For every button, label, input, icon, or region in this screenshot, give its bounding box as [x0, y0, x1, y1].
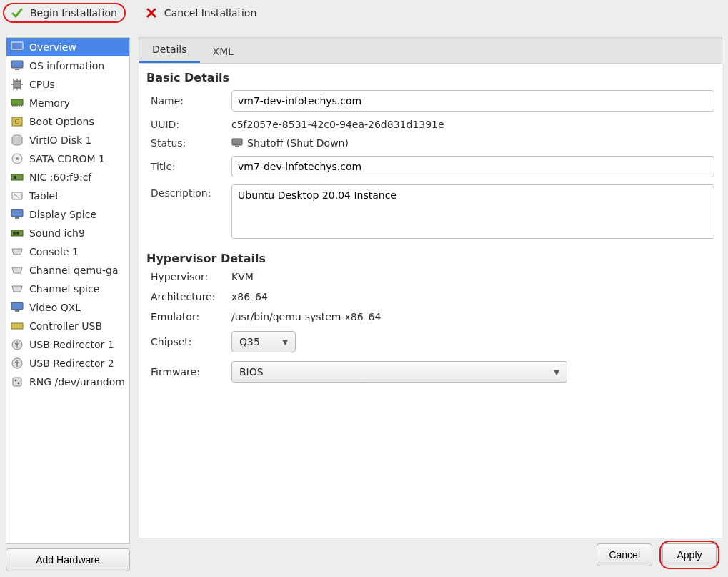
firmware-dropdown[interactable]: BIOS ▼ — [231, 361, 567, 383]
sidebar-item-label: Controller USB — [29, 320, 102, 332]
basic-details-heading: Basic Details — [146, 71, 714, 84]
emulator-label: Emulator: — [151, 311, 226, 322]
chipset-dropdown[interactable]: Q35 ▼ — [231, 331, 296, 352]
sidebar-item-memory[interactable]: Memory — [6, 94, 129, 112]
svg-point-27 — [18, 383, 20, 385]
apply-button[interactable]: Apply — [662, 543, 717, 566]
sidebar-item-console-1[interactable]: Console 1 — [6, 242, 129, 261]
sidebar-item-label: VirtIO Disk 1 — [29, 134, 91, 146]
sidebar-item-label: Channel spice — [29, 283, 99, 295]
usb-icon — [11, 357, 24, 370]
usbctl-icon — [11, 320, 24, 332]
hypervisor-label: Hypervisor: — [151, 271, 226, 282]
title-input[interactable] — [231, 156, 714, 177]
sidebar-item-label: RNG /dev/urandom — [29, 376, 125, 388]
monitor-icon — [11, 208, 24, 221]
sidebar-item-nic-60-f9-cf[interactable]: NIC :60:f9:cf — [6, 168, 129, 187]
cpu-icon — [11, 78, 24, 91]
name-input[interactable] — [231, 90, 714, 112]
emulator-value: /usr/bin/qemu-system-x86_64 — [231, 311, 714, 322]
chevron-down-icon: ▼ — [282, 338, 288, 346]
sidebar-item-virtio-disk-1[interactable]: VirtIO Disk 1 — [6, 131, 129, 149]
check-icon — [11, 7, 23, 19]
uuid-label: UUID: — [151, 119, 226, 130]
boot-icon — [11, 115, 24, 128]
sidebar-item-boot-options[interactable]: Boot Options — [6, 112, 129, 131]
begin-installation-label: Begin Installation — [30, 7, 117, 19]
chipset-value: Q35 — [239, 336, 260, 347]
sidebar-item-video-qxl[interactable]: Video QXL — [6, 298, 129, 317]
monitor-icon — [11, 301, 24, 314]
status-value: Shutoff (Shut Down) — [231, 137, 714, 149]
nic-icon — [11, 171, 24, 184]
sidebar-item-sound-ich9[interactable]: Sound ich9 — [6, 224, 129, 242]
sidebar-item-os-information[interactable]: OS information — [6, 56, 129, 75]
sidebar-item-channel-spice[interactable]: Channel spice — [6, 280, 129, 298]
serial-icon — [11, 282, 24, 295]
cancel-installation-label: Cancel Installation — [164, 7, 256, 19]
architecture-label: Architecture: — [151, 291, 226, 302]
chipset-label: Chipset: — [151, 336, 226, 347]
sidebar-item-label: Memory — [29, 97, 70, 109]
add-hardware-button[interactable]: Add Hardware — [6, 548, 130, 571]
title-label: Title: — [151, 161, 226, 172]
sidebar-item-label: USB Redirector 1 — [29, 339, 114, 350]
sidebar-item-cpus[interactable]: CPUs — [6, 75, 129, 94]
svg-rect-11 — [11, 174, 23, 180]
svg-rect-28 — [232, 139, 242, 145]
sidebar-item-label: USB Redirector 2 — [29, 357, 114, 369]
tabs: Details XML — [139, 37, 722, 63]
cancel-button[interactable]: Cancel — [597, 543, 652, 566]
chevron-down-icon: ▼ — [554, 368, 559, 376]
tablet-icon — [11, 189, 24, 202]
firmware-value: BIOS — [239, 366, 264, 378]
svg-rect-29 — [235, 146, 239, 147]
description-label: Description: — [151, 184, 226, 199]
sidebar-item-usb-redirector-1[interactable]: USB Redirector 1 — [6, 335, 129, 354]
sidebar-item-display-spice[interactable]: Display Spice — [6, 205, 129, 224]
sidebar-item-usb-redirector-2[interactable]: USB Redirector 2 — [6, 354, 129, 373]
svg-rect-20 — [11, 302, 23, 310]
hypervisor-details-heading: Hypervisor Details — [146, 252, 714, 265]
begin-installation-button[interactable]: Begin Installation — [3, 3, 126, 23]
serial-icon — [11, 245, 24, 258]
x-icon — [146, 7, 157, 19]
sidebar-item-label: Video QXL — [29, 302, 81, 313]
svg-point-10 — [16, 157, 19, 160]
firmware-label: Firmware: — [151, 366, 226, 378]
apply-highlight: Apply — [659, 541, 719, 569]
tab-details[interactable]: Details — [139, 37, 200, 63]
main-panel: Details XML Basic Details Name: UUID: c5… — [136, 31, 728, 577]
cancel-installation-button[interactable]: Cancel Installation — [139, 4, 264, 21]
svg-rect-6 — [12, 117, 22, 126]
tab-xml[interactable]: XML — [200, 39, 246, 63]
svg-rect-16 — [15, 217, 19, 219]
ram-icon — [11, 97, 24, 109]
status-label: Status: — [151, 137, 226, 149]
sidebar: OverviewOS informationCPUsMemoryBoot Opt… — [0, 31, 136, 577]
architecture-value: x86_64 — [231, 291, 714, 302]
description-textarea[interactable] — [231, 184, 714, 239]
svg-rect-25 — [13, 378, 21, 386]
sidebar-item-channel-qemu-ga[interactable]: Channel qemu-ga — [6, 261, 129, 280]
svg-point-18 — [13, 232, 16, 235]
cdrom-icon — [11, 152, 24, 165]
disk-icon — [11, 134, 24, 147]
sidebar-item-label: Tablet — [29, 190, 59, 202]
svg-rect-5 — [11, 99, 23, 105]
svg-rect-3 — [15, 69, 19, 70]
sidebar-item-rng-dev-urandom[interactable]: RNG /dev/urandom — [6, 373, 129, 391]
svg-rect-21 — [15, 310, 19, 312]
hypervisor-value: KVM — [231, 271, 714, 282]
svg-rect-15 — [11, 209, 23, 217]
sidebar-item-tablet[interactable]: Tablet — [6, 187, 129, 205]
sidebar-item-overview[interactable]: Overview — [6, 38, 129, 56]
hardware-list: OverviewOS informationCPUsMemoryBoot Opt… — [6, 37, 130, 544]
sidebar-item-controller-usb[interactable]: Controller USB — [6, 317, 129, 335]
toolbar: Begin Installation Cancel Installation — [0, 0, 728, 31]
svg-rect-0 — [11, 42, 23, 49]
sidebar-item-sata-cdrom-1[interactable]: SATA CDROM 1 — [6, 149, 129, 168]
sidebar-item-label: NIC :60:f9:cf — [29, 172, 91, 183]
sidebar-item-label: Channel qemu-ga — [29, 265, 118, 276]
uuid-value: c5f2057e-8531-42c0-94ea-26d831d1391e — [231, 119, 714, 130]
